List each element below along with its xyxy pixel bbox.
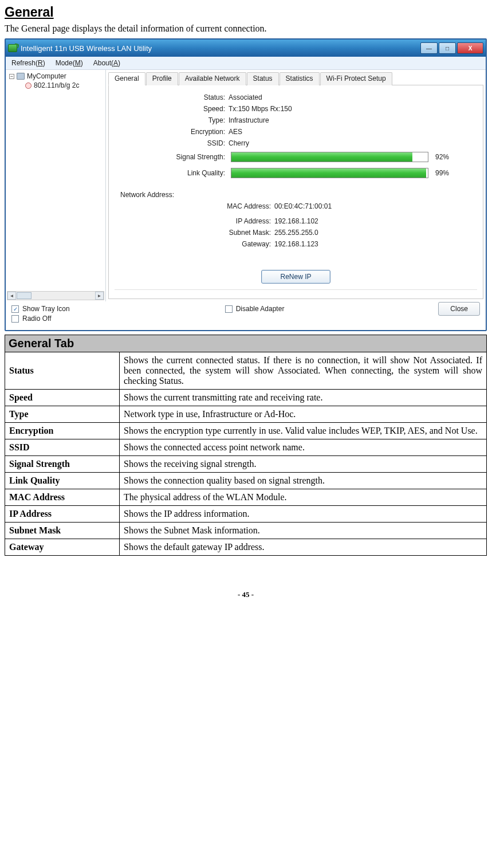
table-row: GatewayShows the default gateway IP addr… [5, 539, 487, 556]
signal-strength-label: Signal Strength: [113, 153, 225, 161]
checkbox-icon [11, 315, 19, 323]
table-row: Signal StrengthShows the receiving signa… [5, 456, 487, 473]
tab-profile[interactable]: Profile [146, 72, 178, 85]
tree-hscrollbar[interactable]: ◄ ► [7, 291, 104, 300]
table-row: Link QualityShows the connection quality… [5, 473, 487, 489]
tree-root-label: MyComputer [27, 72, 66, 80]
status-value: Associated [229, 93, 262, 101]
scroll-left-icon[interactable]: ◄ [7, 292, 16, 300]
doc-table: General Tab StatusShows the current conn… [5, 335, 487, 556]
encryption-label: Encryption: [142, 128, 225, 136]
page-number: - 45 - [5, 590, 487, 599]
table-row: IP AddressShows the IP address informati… [5, 506, 487, 523]
gateway-value: 192.168.1.123 [274, 240, 318, 248]
row-key: Type [5, 406, 120, 423]
checkbox-radio-off[interactable]: Radio Off [11, 315, 225, 323]
maximize-button[interactable]: □ [439, 42, 456, 54]
signal-strength-fill [231, 152, 412, 162]
network-address-label: Network Address: [120, 191, 478, 199]
tree-pane: − MyComputer 802.11n/b/g 2c ◄ ► [6, 70, 106, 301]
tree-child[interactable]: 802.11n/b/g 2c [9, 81, 102, 89]
row-key: MAC Address [5, 489, 120, 506]
row-key: Gateway [5, 539, 120, 556]
minimize-button[interactable]: — [420, 42, 438, 54]
tree-root[interactable]: − MyComputer [9, 72, 102, 80]
tab-wps[interactable]: Wi-Fi Protect Setup [320, 72, 392, 85]
row-key: Speed [5, 390, 120, 406]
encryption-value: AES [229, 128, 242, 136]
table-row: StatusShows the current connected status… [5, 352, 487, 390]
mac-label: MAC Address: [142, 202, 271, 210]
link-quality-bar [231, 168, 428, 178]
tab-statistics[interactable]: Statistics [280, 72, 320, 85]
show-tray-label: Show Tray Icon [22, 305, 70, 313]
ip-label: IP Address: [142, 217, 271, 225]
scroll-thumb[interactable] [17, 292, 32, 299]
tab-status[interactable]: Status [247, 72, 279, 85]
row-desc: Shows the connected access point network… [120, 439, 487, 456]
checkbox-disable-adapter[interactable]: Disable Adapter [225, 305, 439, 313]
app-icon [8, 44, 17, 52]
page-title: General [5, 5, 487, 20]
close-button[interactable]: Close [438, 302, 480, 316]
tabs: General Profile Available Network Status… [108, 70, 483, 85]
tab-available-network[interactable]: Available Network [179, 72, 246, 85]
type-value: Infrastructure [229, 116, 269, 124]
ip-value: 192.168.1.102 [274, 217, 318, 225]
link-quality-fill [231, 168, 426, 178]
scroll-right-icon[interactable]: ► [95, 292, 104, 300]
close-window-button[interactable]: X [457, 42, 483, 54]
menu-about[interactable]: About(A) [93, 59, 120, 67]
row-desc: The physical address of the WLAN Module. [120, 489, 487, 506]
computer-icon [17, 73, 25, 80]
checkbox-show-tray[interactable]: ✓ Show Tray Icon [11, 305, 225, 313]
row-key: IP Address [5, 506, 120, 523]
menu-refresh[interactable]: Refresh(R) [11, 59, 45, 67]
window-title: Intelligent 11n USB Wireless LAN Utility [21, 44, 152, 53]
mac-value: 00:E0:4C:71:00:01 [274, 202, 332, 210]
table-row: TypeNetwork type in use, Infrastructure … [5, 406, 487, 423]
main-pane: General Profile Available Network Status… [106, 70, 486, 301]
row-key: Signal Strength [5, 456, 120, 473]
row-desc: Shows the connection quality based on si… [120, 473, 487, 489]
radio-off-label: Radio Off [22, 315, 51, 323]
renew-ip-button[interactable]: ReNew IP [261, 270, 330, 284]
link-quality-label: Link Quality: [113, 169, 225, 177]
status-label: Status: [142, 93, 225, 101]
speed-value: Tx:150 Mbps Rx:150 [229, 105, 292, 113]
ssid-value: Cherry [229, 139, 249, 147]
row-desc: Shows the encryption type currently in u… [120, 423, 487, 439]
row-desc: Shows the current transmitting rate and … [120, 390, 487, 406]
table-row: Subnet MaskShows the Subnet Mask informa… [5, 523, 487, 539]
row-desc: Shows the Subnet Mask information. [120, 523, 487, 539]
speed-label: Speed: [142, 105, 225, 113]
disable-adapter-label: Disable Adapter [236, 305, 285, 313]
tab-content: Status:Associated Speed:Tx:150 Mbps Rx:1… [108, 85, 483, 299]
row-key: Status [5, 352, 120, 390]
row-desc: Shows the default gateway IP address. [120, 539, 487, 556]
row-key: Encryption [5, 423, 120, 439]
row-desc: Shows the IP address information. [120, 506, 487, 523]
row-key: Link Quality [5, 473, 120, 489]
tree-child-label: 802.11n/b/g 2c [34, 81, 79, 89]
adapter-icon [25, 83, 32, 89]
signal-strength-pct: 92% [435, 153, 449, 161]
mask-label: Subnet Mask: [142, 229, 271, 237]
titlebar: Intelligent 11n USB Wireless LAN Utility… [6, 40, 486, 57]
doc-table-header: General Tab [5, 335, 487, 352]
row-desc: Network type in use, Infrastructure or A… [120, 406, 487, 423]
ssid-label: SSID: [142, 139, 225, 147]
row-key: SSID [5, 439, 120, 456]
row-key: Subnet Mask [5, 523, 120, 539]
divider [115, 289, 477, 290]
checkbox-icon: ✓ [11, 305, 19, 313]
checkbox-icon [225, 305, 233, 313]
menu-mode[interactable]: Mode(M) [56, 59, 83, 67]
signal-strength-bar [231, 152, 428, 162]
table-row: SpeedShows the current transmitting rate… [5, 390, 487, 406]
app-window: Intelligent 11n USB Wireless LAN Utility… [5, 38, 487, 331]
table-row: MAC AddressThe physical address of the W… [5, 489, 487, 506]
bottom-row: ✓ Show Tray Icon Radio Off Disable Adapt… [6, 301, 486, 330]
tab-general[interactable]: General [108, 72, 145, 85]
tree-toggle-icon[interactable]: − [9, 74, 14, 79]
